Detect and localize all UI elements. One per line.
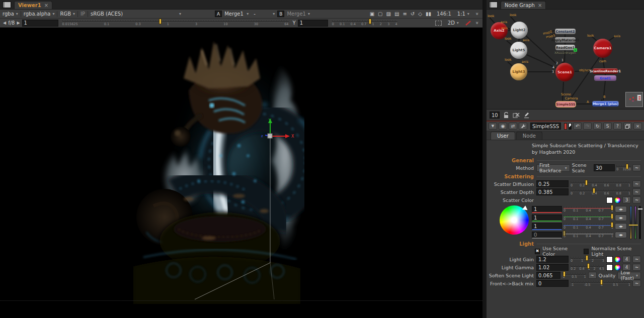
method-dropdown[interactable]: First Backface▾ bbox=[536, 164, 570, 172]
intensity-slider[interactable] bbox=[639, 206, 641, 239]
tab-node[interactable]: Node bbox=[516, 132, 542, 140]
undo-icon[interactable]: ↶ bbox=[573, 123, 582, 130]
soften-scene-light-input[interactable]: 0.065 bbox=[536, 272, 560, 279]
green-input[interactable]: 1 bbox=[532, 215, 562, 222]
input-a-dropdown[interactable]: Merge1▾ bbox=[222, 10, 251, 18]
layer-dropdown[interactable]: rgba.alpha▾ bbox=[21, 10, 57, 18]
node-scene1[interactable]: Scene1 bbox=[555, 63, 574, 81]
temperature-slider[interactable] bbox=[630, 206, 632, 239]
curve-button[interactable]: ~ bbox=[632, 280, 641, 287]
close-panel-icon[interactable]: × bbox=[633, 123, 642, 130]
use-scene-color-checkbox[interactable]: ✖ bbox=[535, 249, 540, 254]
red-slider[interactable]: 00.10.40.71 bbox=[564, 205, 613, 213]
node-camera1[interactable]: Camera1 bbox=[593, 39, 612, 58]
max-panels-input[interactable]: 10 bbox=[490, 112, 500, 119]
lock-icon[interactable] bbox=[503, 112, 509, 119]
icon-color-swatch[interactable] bbox=[569, 123, 572, 130]
monitor-out-icon[interactable]: ▤ bbox=[394, 11, 399, 17]
node-simplesss[interactable]: SimpleSSS bbox=[556, 101, 576, 107]
gamma-input[interactable]: 1 bbox=[298, 20, 328, 27]
red-input[interactable]: 1 bbox=[532, 206, 562, 213]
channels-dropdown[interactable]: rgba▾ bbox=[0, 10, 21, 18]
tab-user[interactable]: User bbox=[491, 132, 515, 140]
checkerboard-icon[interactable]: ▨ bbox=[386, 11, 391, 17]
soften-scene-light-slider[interactable]: 00.51 bbox=[562, 272, 586, 279]
collapse-toolbar-icon[interactable]: » bbox=[474, 12, 479, 15]
close-icon[interactable]: × bbox=[538, 3, 542, 8]
display-channel-dropdown[interactable]: RGB▾ bbox=[57, 10, 77, 18]
pane-layout-icon[interactable] bbox=[3, 2, 11, 8]
gain-slider[interactable]: 0.0156250.10.313103064 bbox=[62, 19, 289, 27]
curve-button[interactable]: ~ bbox=[632, 180, 641, 187]
minimize-panel-icon[interactable]: ▼ bbox=[489, 123, 497, 130]
curve-button[interactable]: ~ bbox=[632, 256, 641, 263]
redo-icon[interactable]: ↷ bbox=[583, 123, 592, 130]
node-light5[interactable]: Light5 bbox=[510, 42, 527, 59]
clear-panels-icon[interactable] bbox=[513, 112, 520, 118]
node-readgeo1[interactable]: ReadGeo1 + bbox=[555, 45, 575, 50]
light-gamma-slider[interactable]: 0.20.4124.5 bbox=[571, 264, 604, 271]
ab-blend-dropdown[interactable]: -▾ bbox=[251, 10, 277, 18]
next-fstop-icon[interactable]: ▶ bbox=[17, 21, 20, 25]
refresh-icon[interactable]: ↺ bbox=[411, 11, 415, 17]
scene-scale-slider[interactable]: 01000 bbox=[616, 164, 631, 172]
front-back-mix-slider[interactable]: -1-0.500.51 bbox=[571, 280, 630, 287]
node-light3[interactable]: Light3 bbox=[510, 63, 527, 80]
node-name-input[interactable]: SimpleSSS bbox=[530, 123, 561, 130]
curve-button[interactable]: ~ bbox=[588, 272, 597, 279]
color-swatch-button[interactable] bbox=[606, 256, 613, 263]
node-scanlinerender1[interactable]: ScanlineRender1 bbox=[593, 68, 618, 74]
collapse-toolbar-icon[interactable]: » bbox=[474, 21, 479, 24]
viewer-canvas[interactable]: Y X z bbox=[0, 28, 482, 318]
gamma-toggle-icon[interactable]: ▢ bbox=[378, 11, 382, 17]
pane-layout-icon[interactable] bbox=[489, 2, 498, 8]
center-node-icon[interactable]: ◉ bbox=[499, 123, 507, 130]
tab-viewer1[interactable]: Viewer1 × bbox=[14, 1, 52, 9]
tab-node-graph[interactable]: Node Graph × bbox=[501, 1, 546, 9]
light-gain-slider[interactable]: 0123 bbox=[571, 256, 604, 263]
input-process-button[interactable]: IP bbox=[78, 10, 88, 18]
color-swatch-button[interactable] bbox=[606, 264, 613, 271]
front-back-mix-input[interactable]: 0 bbox=[536, 280, 569, 287]
quality-dropdown[interactable]: Low (Fast)▾ bbox=[617, 272, 641, 279]
normalize-scene-light-checkbox[interactable] bbox=[584, 249, 589, 254]
curve-button[interactable]: ~ bbox=[632, 188, 641, 195]
graph-minimap[interactable] bbox=[625, 92, 643, 107]
node-applymaterial1[interactable]: ApplyMaterial1 bbox=[555, 37, 576, 43]
nudge-arrows-button[interactable]: ◂▸ bbox=[615, 215, 627, 221]
prev-fstop-icon[interactable]: ◀ bbox=[3, 21, 6, 25]
roi-icon[interactable]: ◇ bbox=[418, 11, 422, 17]
pencil-icon[interactable] bbox=[523, 112, 530, 119]
nudge-arrows-button[interactable]: ◂▸ bbox=[615, 206, 627, 213]
alpha-input[interactable]: 0 bbox=[532, 232, 562, 239]
hue-wheel[interactable] bbox=[500, 205, 529, 235]
nudge-arrows-button[interactable]: ◂▸ bbox=[615, 223, 627, 230]
color-wheel-button[interactable] bbox=[614, 264, 621, 271]
blue-input[interactable]: 1 bbox=[532, 223, 562, 230]
curve-button[interactable]: ~ bbox=[632, 164, 641, 171]
close-icon[interactable]: × bbox=[44, 3, 48, 8]
gain-input[interactable]: 1 bbox=[22, 20, 58, 27]
node-color-swatch[interactable] bbox=[564, 123, 567, 130]
node-merge1[interactable]: Merge1 (plus) bbox=[592, 101, 619, 107]
revert-icon[interactable]: ↻ bbox=[593, 123, 602, 130]
annotation-pen-icon[interactable] bbox=[465, 20, 472, 26]
pause-icon[interactable]: ▮▮ bbox=[426, 11, 431, 17]
overlay-menu-icon[interactable]: ≡ bbox=[403, 11, 407, 17]
node-light2[interactable]: Light2 bbox=[511, 22, 528, 39]
scatter-depth-input[interactable]: 0.385 bbox=[536, 188, 569, 195]
scatter-diffusion-slider[interactable]: 00.20.40.60.81 bbox=[571, 180, 630, 188]
nudge-arrows-button[interactable]: ◂▸ bbox=[615, 232, 627, 238]
alpha-slider[interactable]: 00.10.40.71 bbox=[564, 231, 613, 239]
scatter-diffusion-input[interactable]: 0.25 bbox=[536, 180, 569, 187]
gain-toggle-icon[interactable]: ▣ bbox=[370, 11, 374, 17]
light-gain-input[interactable]: 1.2 bbox=[536, 256, 569, 263]
proxy-dropdown[interactable]: 1:1▾ bbox=[455, 10, 472, 18]
channel-count-button[interactable]: 3 bbox=[622, 196, 631, 203]
green-slider[interactable]: 00.10.40.71 bbox=[564, 214, 613, 222]
color-wheel-button[interactable] bbox=[614, 197, 621, 203]
scatter-depth-slider[interactable]: 00.20.40.60.81 bbox=[571, 188, 630, 196]
viewer-colorspace-dropdown[interactable]: sRGB (ACES)▾ bbox=[88, 10, 184, 18]
blue-slider[interactable]: 00.10.40.71 bbox=[564, 223, 613, 230]
curve-button[interactable]: ~ bbox=[632, 196, 641, 203]
